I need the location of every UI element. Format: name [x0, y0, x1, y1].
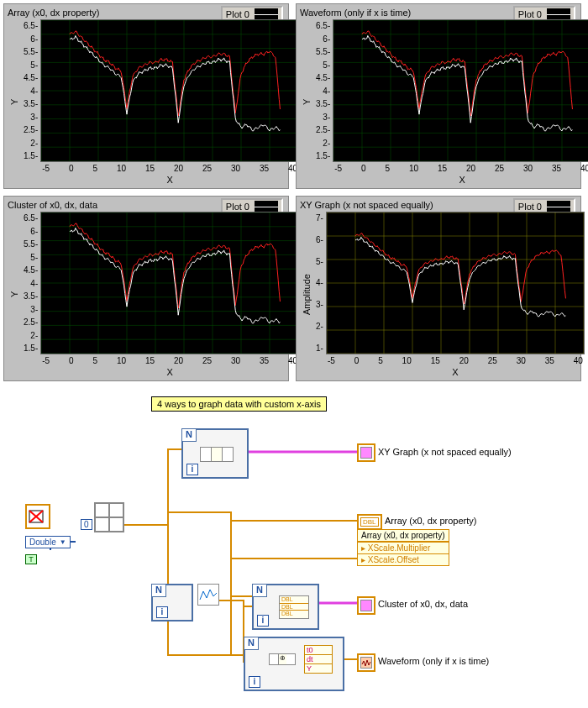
y-ticks: 6.5-6-5.5-5-4.5-4-3.5-3-2.5-2-1.5- — [21, 212, 40, 354]
legend-label: Plot 0 — [226, 202, 249, 212]
build-waveform-dt: dt — [305, 655, 332, 664]
waveform-label: Waveform (only if x is time) — [378, 656, 489, 666]
x-ticks: -50510152025303540 — [326, 356, 585, 365]
waveform-terminal[interactable] — [357, 653, 375, 672]
y-axis-label: Amplitude — [300, 212, 313, 377]
for-loop-cluster[interactable]: N i DBL DBL DBL — [252, 584, 319, 630]
y-ticks: 7-6-5-4-3-2-1- — [313, 212, 326, 354]
diagram-canvas[interactable]: Double T 0 N i XY Graph (x not spaced eq… — [25, 420, 563, 697]
waveform-icon — [360, 657, 372, 669]
legend-label: Plot 0 — [518, 9, 542, 19]
chart-panel-1: Waveform (only if x is time) Plot 0 Y 6.… — [296, 3, 581, 189]
block-diagram: 4 ways to graph data with custom x-axis — [0, 385, 588, 705]
build-waveform-y: Y — [305, 664, 332, 673]
property-xscale-multiplier[interactable]: ▸ XScale.Multiplier — [358, 542, 449, 553]
signal-processing-node[interactable] — [197, 584, 219, 606]
cluster-terminal[interactable] — [357, 596, 375, 615]
x-axis-label: X — [40, 367, 299, 377]
for-loop-signal[interactable]: N i — [151, 584, 193, 621]
legend-swatch-icon — [547, 201, 570, 212]
legend-label: Plot 0 — [518, 202, 542, 212]
x-ticks: -50510152025303540 — [40, 164, 299, 173]
x-ticks: -50510152025303540 — [40, 356, 299, 365]
cluster-label: Cluster of x0, dx, data — [378, 599, 468, 609]
property-node[interactable]: Array (x0, dx property) ▸ XScale.Multipl… — [357, 529, 449, 566]
i-terminal-icon: i — [186, 464, 198, 475]
array-label: Array (x0, dx property) — [385, 516, 476, 526]
i-terminal-icon: i — [257, 615, 269, 627]
plot-area[interactable] — [40, 19, 299, 162]
y-ticks: 6.5-6-5.5-5-4.5-4-3.5-3-2.5-2-1.5- — [313, 19, 333, 162]
build-waveform-t0: t0 — [305, 646, 332, 655]
chart-grid: Array (x0, dx property) Plot 0 Y 6.5-6-5… — [0, 0, 588, 385]
legend-swatch-icon — [255, 201, 278, 212]
xy-graph-icon — [360, 447, 372, 459]
x-ticks: -50510152025303540 — [333, 164, 588, 173]
chart-panel-3: XY Graph (x not spaced equally) Plot 0 A… — [296, 196, 581, 381]
diagram-title: 4 ways to graph data with custom x-axis — [151, 396, 327, 412]
boolean-true-constant[interactable]: T — [25, 554, 37, 564]
x-axis-label: X — [333, 175, 588, 185]
x-axis-label: X — [326, 367, 585, 377]
legend-label: Plot 0 — [226, 9, 249, 19]
y-axis-label: Y — [8, 212, 21, 377]
chart-panel-0: Array (x0, dx property) Plot 0 Y 6.5-6-5… — [3, 3, 289, 189]
array-terminal[interactable]: DBL — [357, 514, 382, 530]
n-terminal-icon: N — [252, 584, 267, 597]
chart-panel-2: Cluster of x0, dx, data Plot 0 Y 6.5-6-5… — [3, 196, 289, 381]
xy-graph-label: XY Graph (x not spaced equally) — [378, 447, 512, 457]
plot-area[interactable] — [40, 212, 299, 354]
property-node-header: Array (x0, dx property) — [358, 530, 449, 542]
i-terminal-icon: i — [249, 676, 260, 688]
xy-graph-terminal[interactable] — [357, 443, 375, 462]
n-terminal-icon: N — [151, 584, 166, 597]
y-ticks: 6.5-6-5.5-5-4.5-4-3.5-3-2.5-2-1.5- — [21, 19, 40, 162]
plot-area[interactable] — [326, 212, 585, 354]
property-xscale-offset[interactable]: ▸ XScale.Offset — [358, 553, 449, 565]
zero-constant[interactable]: 0 — [81, 519, 92, 530]
for-loop-waveform[interactable]: N i ⊕ t0 dt Y — [244, 637, 344, 691]
dbl-type-icon: DBL — [360, 517, 379, 527]
legend-swatch-icon — [255, 8, 278, 20]
y-axis-label: Y — [8, 19, 21, 185]
n-terminal-icon: N — [181, 428, 197, 442]
read-file-node[interactable] — [25, 504, 50, 529]
n-terminal-icon: N — [244, 637, 259, 650]
y-axis-label: Y — [300, 19, 313, 185]
index-array-node[interactable] — [94, 502, 124, 532]
datatype-selector[interactable]: Double — [25, 536, 71, 548]
cluster-icon — [360, 600, 372, 611]
i-terminal-icon: i — [156, 606, 168, 618]
for-loop-xy[interactable]: N i — [181, 428, 249, 479]
x-axis-label: X — [40, 175, 299, 185]
plot-area[interactable] — [333, 19, 588, 162]
legend-swatch-icon — [547, 8, 570, 20]
